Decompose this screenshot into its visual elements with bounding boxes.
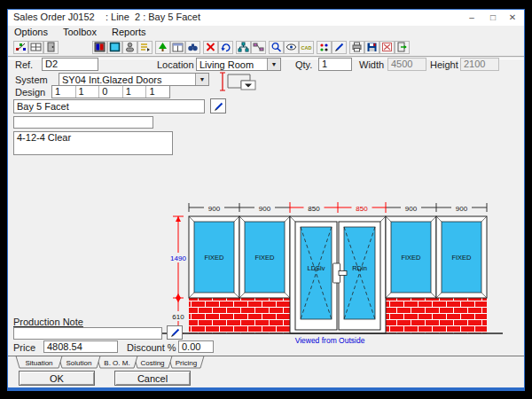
dim-height-upper[interactable]: 1490 (170, 254, 186, 262)
design-code-row[interactable]: 1 1 0 1 1 (51, 85, 170, 98)
tab-solution[interactable]: Solution (59, 356, 100, 369)
cad-icon: CAD (301, 42, 312, 52)
ref-input[interactable]: D2 (42, 58, 98, 71)
panel-label: RDin (352, 264, 367, 272)
ok-button[interactable]: OK (19, 371, 95, 386)
glazing-input[interactable]: 4-12-4 Clear (13, 131, 173, 155)
svg-text:B. O. M.: B. O. M. (104, 359, 129, 367)
tab-situation[interactable]: Situation (16, 356, 62, 369)
dim-height-lower[interactable]: 610 (172, 313, 184, 321)
menu-toolbox[interactable]: Toolbox (57, 26, 103, 37)
system-combo[interactable]: SY04 Int.Glazed Doors ▼ (59, 73, 209, 86)
minimize-icon[interactable]: – (462, 10, 481, 26)
panel-label: LDSlv (307, 264, 325, 272)
eye-button[interactable] (284, 41, 299, 54)
binoculars-button[interactable] (185, 41, 200, 54)
edit-style-button[interactable] (210, 98, 226, 113)
menu-reports[interactable]: Reports (106, 26, 153, 37)
palette-dots-button[interactable] (317, 41, 332, 54)
frame-button[interactable] (107, 41, 122, 54)
window-view-button[interactable] (170, 41, 185, 54)
grid-button[interactable] (28, 41, 43, 54)
cancel-button[interactable]: Cancel (114, 371, 191, 386)
discount-input[interactable]: 0.00 (178, 340, 214, 353)
door-panels-button[interactable] (92, 41, 107, 54)
width-input: 4500 (387, 58, 426, 71)
delete-box-icon (381, 42, 393, 52)
exit-door-button[interactable] (43, 41, 59, 54)
save-button[interactable] (364, 41, 379, 54)
fixed-panel-2[interactable]: FIXED (239, 216, 290, 298)
tree-button[interactable] (155, 41, 170, 54)
svg-text:CAD: CAD (301, 45, 312, 51)
price-input[interactable]: 4808.54 (43, 340, 118, 353)
system-label: System (15, 74, 48, 85)
left-dimension-line: 1490 610 (166, 216, 191, 333)
dim-width-2[interactable]: 900 (259, 205, 271, 213)
close-icon[interactable]: ✕ (503, 10, 522, 26)
door-unit[interactable]: LDSlv RDin (290, 216, 386, 333)
tab-pricing[interactable]: Pricing (168, 356, 204, 369)
extra-input[interactable] (13, 116, 153, 129)
production-note-input[interactable] (13, 327, 162, 340)
zoom-button[interactable] (269, 41, 284, 54)
dim-width-6[interactable]: 900 (456, 205, 468, 213)
design-cell[interactable]: 0 (99, 86, 123, 98)
width-label: Width (359, 59, 384, 70)
window-title: Sales Order J0152 : Line 2 : Bay 5 Facet (13, 12, 200, 22)
profile-selector-widget[interactable] (218, 70, 259, 93)
printer-button[interactable] (349, 41, 364, 54)
design-cell[interactable]: 1 (52, 86, 76, 98)
fixed-panel-4[interactable]: FIXED (436, 216, 487, 298)
person-icon (124, 42, 136, 52)
eye-icon (286, 42, 297, 52)
menu-options[interactable]: Options (8, 26, 54, 37)
pen-button[interactable] (332, 41, 347, 54)
dim-width-4[interactable]: 850 (356, 205, 368, 213)
delete-button[interactable] (203, 41, 218, 54)
panel-label: FIXED (401, 254, 421, 262)
binoculars-icon (187, 42, 199, 52)
height-label: Height (430, 59, 458, 70)
list-edit-button[interactable] (137, 41, 153, 54)
dim-width-3[interactable]: 850 (308, 205, 320, 213)
tab-bom[interactable]: B. O. M. (97, 356, 137, 369)
dim-width-1[interactable]: 900 (208, 205, 221, 213)
frame-icon (109, 42, 121, 52)
printer-icon (351, 42, 363, 52)
dim-width-5[interactable]: 900 (405, 205, 418, 213)
chevron-down-icon[interactable]: ▼ (267, 59, 280, 70)
price-label: Price (13, 342, 35, 353)
design-cell[interactable]: 1 (146, 86, 169, 98)
style-name-input[interactable]: Bay 5 Facet (13, 99, 205, 113)
edit-pen-icon (213, 101, 224, 112)
location-combo[interactable]: Living Room ▼ (196, 58, 281, 71)
qty-input[interactable]: 1 (318, 58, 352, 71)
exit-door-icon (45, 42, 57, 52)
hierarchy-icon (238, 42, 249, 52)
ref-label: Ref. (15, 59, 33, 70)
hierarchy-button[interactable] (236, 41, 251, 54)
exit-arrow-button[interactable] (395, 41, 410, 54)
maximize-icon[interactable]: □ (483, 10, 503, 26)
person-button[interactable] (122, 41, 137, 54)
edit-production-note-button[interactable] (167, 325, 183, 340)
tab-costing[interactable]: Costing (134, 356, 172, 369)
delete-box-button[interactable] (379, 41, 395, 54)
design-cell[interactable]: 1 (76, 86, 100, 98)
door-panels-icon (94, 42, 106, 52)
link-button[interactable] (251, 41, 266, 54)
fixed-panel-3[interactable]: FIXED (386, 216, 436, 298)
undo-button[interactable] (218, 41, 233, 54)
design-cell[interactable]: 1 (123, 86, 147, 98)
toolbar: CAD (13, 40, 410, 54)
design-palette-button[interactable] (13, 41, 28, 54)
fixed-panel-1[interactable]: FIXED (189, 216, 239, 298)
svg-text:Pricing: Pricing (176, 359, 197, 367)
cad-button[interactable]: CAD (299, 41, 314, 54)
elevation-drawing: 900 900 850 850 900 900 1490 610 (148, 189, 512, 354)
window-view-icon (172, 42, 184, 52)
chevron-down-icon[interactable]: ▼ (195, 74, 208, 85)
exit-arrow-icon (396, 42, 408, 52)
edit-pen-icon (169, 327, 181, 338)
